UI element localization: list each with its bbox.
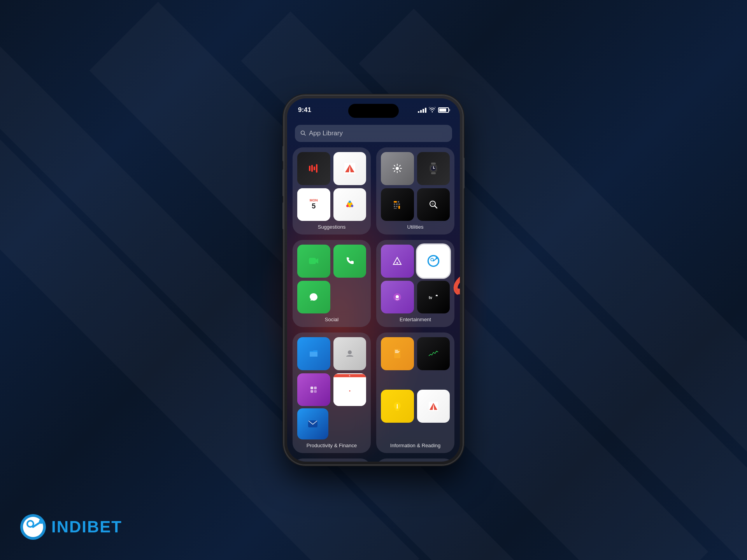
- app-magnifier[interactable]: [417, 188, 450, 221]
- app-library-grid: MON 5: [293, 147, 454, 454]
- svg-rect-2: [309, 166, 310, 171]
- app-watch[interactable]: [417, 152, 450, 185]
- indibet-logo-icon: [19, 513, 47, 541]
- indibet-indi: INDI: [51, 518, 87, 536]
- indibet-logo: INDIBET: [19, 513, 122, 541]
- app-row-2: Social: [293, 240, 454, 327]
- search-bar[interactable]: App Library: [295, 125, 452, 142]
- app-row-1: MON 5: [293, 147, 454, 234]
- folder-utilities[interactable]: Utilities: [376, 147, 454, 234]
- folder-apps-social: [297, 245, 366, 313]
- app-calculator[interactable]: [381, 188, 414, 221]
- app-row-3: 5 ●: [293, 332, 454, 453]
- side-button-right[interactable]: [463, 158, 465, 189]
- calendar-date: 5: [312, 202, 316, 210]
- svg-point-14: [349, 201, 351, 203]
- side-button-volume-down[interactable]: [282, 202, 284, 229]
- signal-bar-1: [418, 111, 419, 113]
- svg-rect-28: [398, 203, 400, 205]
- app-stocks[interactable]: [417, 337, 450, 370]
- folder-social[interactable]: Social: [293, 240, 371, 327]
- app-voice-memos[interactable]: [297, 152, 330, 185]
- svg-point-88: [39, 519, 44, 524]
- svg-point-87: [28, 522, 33, 526]
- signal-bar-3: [423, 109, 424, 113]
- side-button-mute[interactable]: [282, 146, 284, 161]
- folder-productivity[interactable]: 5 ●: [293, 332, 371, 453]
- app-contacts[interactable]: [333, 337, 366, 370]
- arrow-indicator: [451, 266, 460, 298]
- folder-label-suggestions: Suggestions: [297, 224, 366, 230]
- app-books[interactable]: [381, 337, 414, 370]
- folder-label-information: Information & Reading: [381, 443, 450, 448]
- battery-icon: [438, 107, 449, 113]
- svg-rect-5: [316, 164, 317, 173]
- screen: 9:41: [287, 98, 460, 462]
- svg-rect-52: [310, 390, 313, 393]
- svg-rect-32: [394, 208, 397, 209]
- app-phone[interactable]: [333, 245, 366, 278]
- app-messages[interactable]: [297, 281, 330, 314]
- app-shortcuts[interactable]: [297, 373, 330, 406]
- svg-rect-25: [398, 201, 399, 203]
- svg-rect-4: [314, 166, 315, 170]
- app-calendar[interactable]: MON 5: [297, 188, 330, 221]
- folder-last-right[interactable]: [376, 458, 454, 462]
- app-facetime[interactable]: [297, 245, 330, 278]
- folder-apps-productivity: 5 ●: [297, 337, 366, 406]
- folder-label-utilities: Utilities: [381, 224, 450, 230]
- search-placeholder: App Library: [309, 130, 343, 137]
- folder-label-entertainment: Entertainment: [381, 317, 450, 322]
- app-news-small[interactable]: [417, 390, 450, 423]
- side-button-volume-up[interactable]: [282, 169, 284, 196]
- indibet-name: INDIBET: [51, 519, 122, 535]
- folder-label-productivity: Productivity & Finance: [297, 443, 366, 448]
- svg-text:tv: tv: [429, 296, 432, 300]
- folder-information[interactable]: Information & Reading: [376, 332, 454, 453]
- svg-point-35: [431, 203, 434, 205]
- app-news[interactable]: [333, 152, 366, 185]
- svg-rect-36: [309, 258, 316, 264]
- wifi-icon: [429, 107, 436, 114]
- app-tips[interactable]: [381, 390, 414, 423]
- svg-rect-51: [314, 387, 317, 389]
- svg-rect-57: [395, 351, 400, 352]
- svg-marker-37: [316, 258, 318, 264]
- app-photos[interactable]: [333, 188, 366, 221]
- app-apple-tv[interactable]: tv: [417, 281, 450, 314]
- svg-rect-18: [431, 163, 436, 164]
- dynamic-island: [348, 104, 399, 118]
- app-calendar-2[interactable]: 5 ●: [333, 373, 366, 406]
- folder-suggestions[interactable]: MON 5: [293, 147, 371, 234]
- app-settings[interactable]: [381, 152, 414, 185]
- signal-bar-4: [425, 108, 426, 113]
- app-row-4: [293, 458, 454, 462]
- phone-body: 9:41: [284, 95, 463, 465]
- svg-rect-53: [314, 390, 317, 393]
- app-indibet[interactable]: [417, 245, 450, 278]
- calendar-day: MON: [310, 198, 318, 202]
- folder-apps-entertainment: tv: [381, 245, 450, 313]
- folder-entertainment[interactable]: tv Entertainment: [376, 240, 454, 327]
- app-podcasts[interactable]: [381, 281, 414, 314]
- folder-last-left[interactable]: [293, 458, 371, 462]
- svg-rect-19: [431, 172, 436, 174]
- svg-line-34: [435, 206, 437, 208]
- status-time: 9:41: [298, 106, 311, 114]
- app-files[interactable]: [297, 337, 330, 370]
- svg-rect-31: [398, 206, 400, 209]
- svg-rect-58: [395, 352, 399, 353]
- svg-point-49: [348, 350, 352, 354]
- svg-rect-30: [396, 206, 398, 207]
- search-icon: [300, 130, 306, 137]
- phone: 9:41: [284, 95, 463, 465]
- svg-point-17: [396, 167, 399, 170]
- app-mail[interactable]: [297, 408, 328, 439]
- svg-rect-50: [310, 387, 313, 389]
- app-itunes-store[interactable]: [381, 245, 414, 278]
- svg-rect-56: [395, 350, 398, 351]
- indibet-bet: BET: [87, 518, 122, 536]
- svg-rect-3: [311, 165, 313, 172]
- svg-point-44: [436, 257, 438, 259]
- svg-rect-24: [394, 201, 397, 203]
